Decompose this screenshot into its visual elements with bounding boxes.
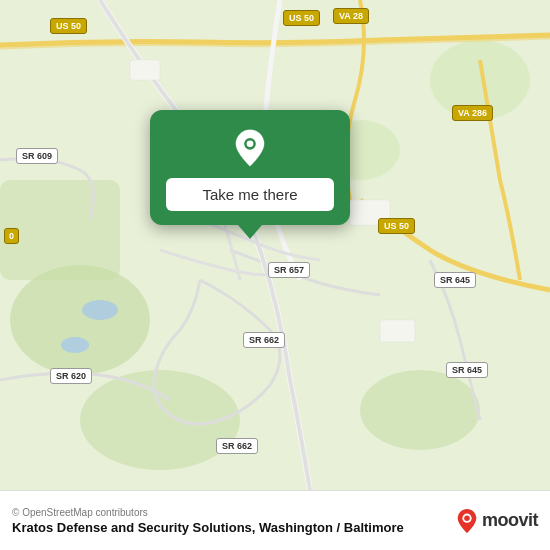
svg-point-16: [464, 515, 470, 521]
svg-rect-12: [380, 320, 415, 342]
moovit-brand-text: moovit: [482, 510, 538, 531]
road-badge-va286: VA 286: [452, 105, 493, 121]
road-badge-sr620: SR 620: [50, 368, 92, 384]
road-badge-sr609: SR 609: [16, 148, 58, 164]
road-badge-sr657: SR 657: [268, 262, 310, 278]
road-badge-sr645-2: SR 645: [446, 362, 488, 378]
moovit-logo: moovit: [456, 508, 538, 534]
svg-point-3: [360, 370, 480, 450]
road-badge-left-num: 0: [4, 228, 19, 244]
road-badge-va28: VA 28: [333, 8, 369, 24]
take-me-there-button[interactable]: Take me there: [166, 178, 334, 211]
road-badge-us50-3: US 50: [378, 218, 415, 234]
svg-point-8: [61, 337, 89, 353]
road-badge-us50-1: US 50: [50, 18, 87, 34]
location-name-text: Kratos Defense and Security Solutions, W…: [12, 520, 456, 535]
popup-card: Take me there: [150, 110, 350, 225]
road-badge-sr662-2: SR 662: [216, 438, 258, 454]
svg-point-14: [247, 141, 254, 148]
attribution-text: © OpenStreetMap contributors: [12, 507, 456, 518]
bottom-text-container: © OpenStreetMap contributors Kratos Defe…: [12, 507, 456, 535]
svg-rect-10: [130, 60, 160, 80]
map-container: US 50 US 50 VA 28 VA 286 SR 609 US 50 SR…: [0, 0, 550, 490]
svg-point-7: [82, 300, 118, 320]
bottom-bar: © OpenStreetMap contributors Kratos Defe…: [0, 490, 550, 550]
moovit-pin-icon: [456, 508, 478, 534]
road-badge-sr645-1: SR 645: [434, 272, 476, 288]
road-badge-sr662-1: SR 662: [243, 332, 285, 348]
location-pin-icon: [230, 128, 270, 168]
road-badge-us50-2: US 50: [283, 10, 320, 26]
svg-point-1: [10, 265, 150, 375]
